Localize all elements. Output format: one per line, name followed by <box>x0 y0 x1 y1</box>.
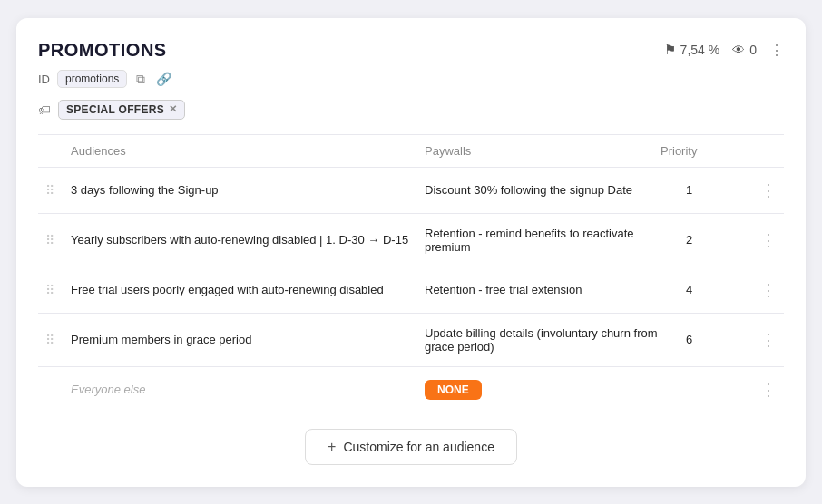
audience-text: Free trial users poorly engaged with aut… <box>71 283 425 296</box>
table-row: ⠿ Yearly subscribers with auto-renewing … <box>38 213 784 267</box>
header-actions: ⚑ 7,54 % 👁 0 ⋮ <box>664 42 784 59</box>
row-more-icon[interactable]: ⋮ <box>749 280 777 300</box>
row-more-icon[interactable]: ⋮ <box>749 380 777 400</box>
paywall-text: Retention - remind benefits to reactivat… <box>425 227 686 254</box>
flag-value: 7,54 % <box>680 43 720 57</box>
table-row: ⠿ Free trial users poorly engaged with a… <box>38 267 784 313</box>
priority-text: 2 <box>686 233 749 247</box>
everyone-label: Everyone else <box>71 383 425 396</box>
add-audience-label: Customize for an audience <box>343 440 494 454</box>
drag-handle[interactable]: ⠿ <box>45 233 71 247</box>
tag-icon: 🏷 <box>38 102 51 117</box>
drag-handle[interactable]: ⠿ <box>45 183 71 198</box>
none-badge: NONE <box>425 380 482 400</box>
plus-icon: + <box>328 439 336 455</box>
priority-text: 4 <box>686 283 749 296</box>
id-row: ID promotions ⧉ 🔗 <box>38 70 784 89</box>
eye-stat: 👁 0 <box>732 43 757 57</box>
id-badge: promotions <box>57 70 127 88</box>
col-paywalls: Paywalls <box>425 144 661 158</box>
audience-text: 3 days following the Sign-up <box>71 183 425 197</box>
promotions-card: PROMOTIONS ⚑ 7,54 % 👁 0 ⋮ ID promotions … <box>16 18 806 487</box>
col-priority: Priority <box>661 144 742 158</box>
row-more-icon[interactable]: ⋮ <box>749 330 777 350</box>
paywall-text: Discount 30% following the signup Date <box>425 183 686 197</box>
everyone-else-row: Everyone else NONE ⋮ <box>38 366 784 412</box>
eye-icon: 👁 <box>732 43 745 57</box>
drag-handle[interactable]: ⠿ <box>45 283 71 297</box>
row-more-icon[interactable]: ⋮ <box>749 180 777 200</box>
page-title: PROMOTIONS <box>38 40 167 61</box>
more-options-icon[interactable]: ⋮ <box>769 42 784 59</box>
row-more-icon[interactable]: ⋮ <box>749 230 777 250</box>
flag-stat: ⚑ 7,54 % <box>664 42 720 58</box>
add-audience-button[interactable]: + Customize for an audience <box>305 429 517 465</box>
tag-label: SPECIAL OFFERS <box>66 103 164 116</box>
drag-handle[interactable]: ⠿ <box>45 333 71 347</box>
audience-text: Premium members in grace period <box>71 333 425 346</box>
table-header: Audiences Paywalls Priority <box>38 135 784 167</box>
add-audience-section: + Customize for an audience <box>38 412 784 469</box>
tags-row: 🏷 SPECIAL OFFERS ✕ <box>38 100 784 120</box>
copy-button[interactable]: ⧉ <box>134 70 147 89</box>
priority-text: 1 <box>686 183 749 197</box>
header-row: PROMOTIONS ⚑ 7,54 % 👁 0 ⋮ <box>38 40 784 61</box>
table-row: ⠿ Premium members in grace period Update… <box>38 313 784 366</box>
col-audiences: Audiences <box>71 144 425 158</box>
table-row: ⠿ 3 days following the Sign-up Discount … <box>38 167 784 213</box>
flag-icon: ⚑ <box>664 42 676 58</box>
audience-text: Yearly subscribers with auto-renewing di… <box>71 233 425 247</box>
paywall-text: Retention - free trial extension <box>425 283 686 296</box>
priority-text: 6 <box>686 333 749 346</box>
tag-special-offers: SPECIAL OFFERS ✕ <box>58 100 185 120</box>
id-label: ID <box>38 73 50 86</box>
link-button[interactable]: 🔗 <box>154 70 173 88</box>
paywall-text: Update billing details (involuntary chur… <box>425 326 686 354</box>
eye-value: 0 <box>749 43 757 57</box>
tag-close-button[interactable]: ✕ <box>169 103 177 115</box>
table-body: ⠿ 3 days following the Sign-up Discount … <box>38 167 784 412</box>
